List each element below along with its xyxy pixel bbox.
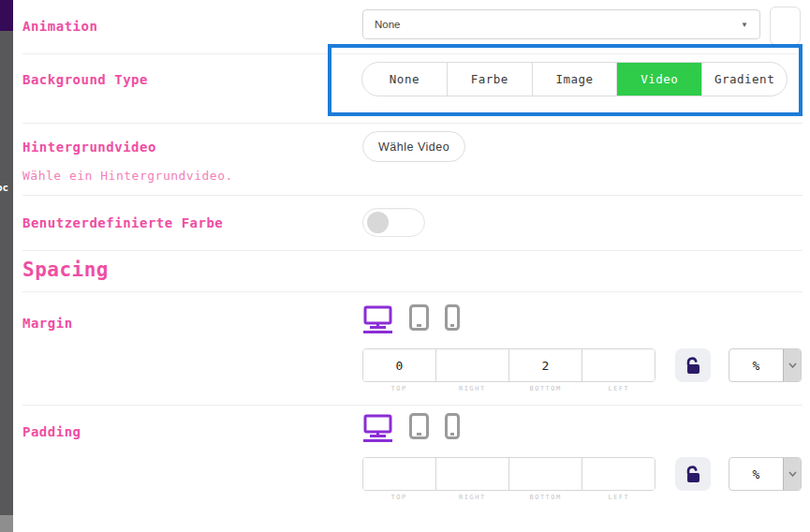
margin-inputs [362,348,655,382]
divider [22,250,803,251]
tablet-icon[interactable] [409,413,429,443]
margin-left-input[interactable] [582,349,655,381]
padding-right-input[interactable] [436,458,509,490]
background-type-option[interactable]: None [362,63,448,96]
animation-label: Animation [22,19,97,34]
padding-bottom-input[interactable] [509,458,582,490]
chevron-down-icon: ▼ [741,21,748,29]
unlock-icon [685,357,701,375]
padding-device-switcher [362,413,460,443]
dim-label-right: RIGHT [435,494,508,501]
margin-link-values-button[interactable] [675,348,711,382]
settings-panel: oc Animation None ▼ Background Type None… [0,0,810,532]
divider [22,123,803,124]
chevron-down-icon [783,349,801,381]
divider [22,195,803,196]
background-video-label: Hintergrundvideo [22,140,156,155]
padding-label: Padding [22,424,81,439]
choose-video-button[interactable]: Wähle Video [362,131,465,162]
margin-input-labels: TOP RIGHT BOTTOM LEFT [362,385,655,392]
background-type-option[interactable]: Video [617,63,702,96]
chevron-down-icon [783,458,801,490]
margin-device-switcher [362,304,460,334]
padding-unit-value: % [729,458,783,490]
edge-text-fragment: oc [0,182,8,194]
divider [22,405,803,406]
unlock-icon [685,466,701,483]
dim-label-bottom: BOTTOM [509,385,582,392]
padding-unit-select[interactable]: % [729,457,802,491]
toggle-knob [367,212,389,233]
background-type-option[interactable]: Image [533,63,618,96]
padding-top-input[interactable] [363,458,436,490]
dim-label-left: LEFT [582,494,655,501]
padding-left-input[interactable] [582,458,655,490]
padding-input-labels: TOP RIGHT BOTTOM LEFT [362,494,655,501]
dim-label-top: TOP [362,385,435,392]
mobile-icon[interactable] [445,304,460,334]
window-edge-light [0,515,13,532]
padding-link-values-button[interactable] [675,457,711,491]
window-edge: oc [0,0,13,532]
margin-unit-value: % [729,349,783,381]
dim-label-right: RIGHT [435,385,508,392]
background-video-description: Wähle ein Hintergrundvideo. [22,169,233,183]
margin-right-input[interactable] [436,349,509,381]
desktop-icon[interactable] [362,304,393,337]
animation-select-value: None [375,19,401,30]
mobile-icon[interactable] [445,413,460,443]
custom-color-label: Benutzerdefinierte Farbe [22,215,223,230]
margin-top-input[interactable] [363,349,436,381]
margin-label: Margin [22,316,73,331]
dim-label-left: LEFT [582,385,655,392]
divider [22,291,803,292]
dim-label-top: TOP [362,494,435,501]
padding-inputs [362,457,655,491]
background-type-option[interactable]: Gradient [702,63,787,96]
background-type-group: None Farbe Image Video Gradient [361,62,788,96]
background-type-option[interactable]: Farbe [448,63,533,96]
top-right-box[interactable] [770,7,801,45]
animation-select[interactable]: None ▼ [362,9,760,39]
desktop-icon[interactable] [362,413,393,446]
dim-label-bottom: BOTTOM [509,494,582,501]
background-type-label: Background Type [22,72,148,87]
custom-color-toggle[interactable] [362,208,425,237]
spacing-heading: Spacing [22,259,109,281]
margin-unit-select[interactable]: % [729,348,802,382]
window-edge-purple [0,0,13,31]
margin-bottom-input[interactable] [509,349,582,381]
tablet-icon[interactable] [409,304,429,334]
